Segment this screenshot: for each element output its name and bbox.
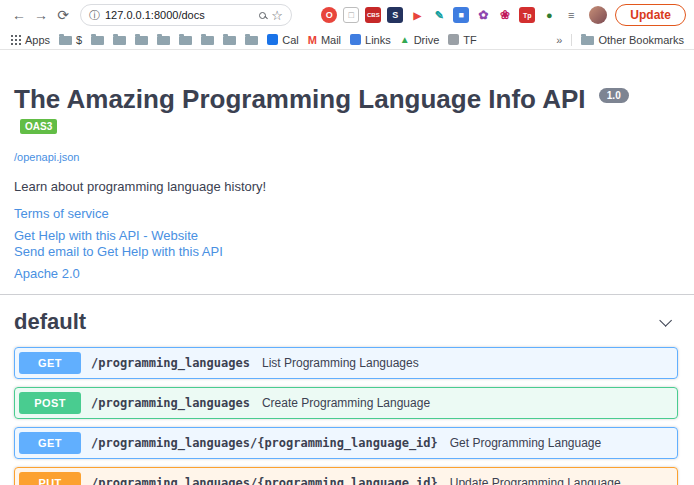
url-text: 127.0.0.1:8000/docs bbox=[105, 9, 254, 21]
other-bookmarks[interactable]: Other Bookmarks bbox=[581, 34, 684, 46]
calendar-icon bbox=[267, 34, 278, 45]
folder-icon bbox=[59, 36, 72, 45]
profile-avatar[interactable] bbox=[589, 6, 607, 24]
endpoint-path: /programming_languages/{programming_lang… bbox=[91, 476, 438, 485]
endpoint-post-create[interactable]: POST /programming_languages Create Progr… bbox=[14, 387, 678, 419]
bookmark-links[interactable]: Links bbox=[350, 34, 391, 46]
search-icon[interactable] bbox=[259, 12, 266, 19]
bookmark-cal[interactable]: Cal bbox=[267, 34, 299, 46]
endpoint-summary: Get Programming Language bbox=[450, 436, 601, 450]
site-info-icon[interactable]: ⓘ bbox=[89, 8, 100, 23]
endpoint-summary: List Programming Languages bbox=[262, 356, 419, 370]
version-badge: 1.0 bbox=[599, 88, 629, 103]
contact-website-link[interactable]: Get Help with this API - Website bbox=[14, 228, 198, 244]
apps-shortcut[interactable]: Apps bbox=[10, 34, 50, 46]
folder-icon bbox=[223, 36, 236, 45]
swagger-page: The Amazing Programming Language Info AP… bbox=[0, 84, 694, 485]
bookmark-folder-4[interactable] bbox=[135, 34, 148, 45]
bookmark-folder-8[interactable] bbox=[223, 34, 236, 45]
endpoint-path: /programming_languages bbox=[91, 396, 250, 410]
apps-grid-icon bbox=[10, 34, 21, 45]
openapi-json-link[interactable]: /openapi.json bbox=[14, 151, 79, 163]
endpoint-put-update[interactable]: PUT /programming_languages/{programming_… bbox=[14, 467, 678, 485]
back-icon[interactable]: ← bbox=[8, 7, 30, 23]
folder-icon bbox=[91, 36, 104, 45]
extension-icon-12[interactable]: ≡ bbox=[563, 7, 579, 23]
browser-toolbar: ← → ⟳ ⓘ 127.0.0.1:8000/docs ☆ O □ CBS S … bbox=[0, 0, 694, 30]
folder-icon bbox=[113, 36, 126, 45]
license-link[interactable]: Apache 2.0 bbox=[14, 266, 80, 282]
folder-icon bbox=[581, 36, 594, 45]
method-badge: GET bbox=[19, 352, 81, 374]
drive-icon: ▲ bbox=[400, 34, 410, 45]
bookmark-star-icon[interactable]: ☆ bbox=[271, 8, 283, 23]
bookmark-folder-6[interactable] bbox=[179, 34, 192, 45]
extension-icon-4[interactable]: S bbox=[387, 7, 403, 23]
bookmarks-overflow-chevron[interactable]: » bbox=[556, 34, 562, 46]
forward-icon[interactable]: → bbox=[30, 7, 52, 23]
method-badge: GET bbox=[19, 432, 81, 454]
bookmark-folder-9[interactable] bbox=[245, 34, 258, 45]
bookmark-drive[interactable]: ▲ Drive bbox=[400, 34, 440, 46]
bookmark-folder-7[interactable] bbox=[201, 34, 214, 45]
extension-icon-3[interactable]: CBS bbox=[365, 7, 381, 23]
folder-icon bbox=[157, 36, 170, 45]
folder-icon bbox=[179, 36, 192, 45]
reload-icon[interactable]: ⟳ bbox=[52, 7, 74, 23]
bookmark-folder-3[interactable] bbox=[113, 34, 126, 45]
oas3-badge: OAS3 bbox=[20, 119, 57, 134]
method-badge: POST bbox=[19, 392, 81, 414]
folder-icon bbox=[135, 36, 148, 45]
method-badge: PUT bbox=[19, 472, 81, 485]
extension-icon-1[interactable]: O bbox=[321, 7, 337, 23]
chevron-down-icon[interactable] bbox=[659, 314, 672, 327]
extension-icon-9[interactable]: ❀ bbox=[497, 7, 513, 23]
folder-icon bbox=[245, 36, 258, 45]
extension-icon-7[interactable]: ■ bbox=[453, 7, 469, 23]
section-divider bbox=[0, 294, 694, 295]
extension-icon-11[interactable]: ● bbox=[541, 7, 557, 23]
section-title: default bbox=[14, 309, 86, 335]
api-description: Learn about programming language history… bbox=[14, 179, 694, 194]
bookmarks-separator bbox=[571, 34, 572, 46]
links-icon bbox=[350, 34, 361, 45]
tf-icon bbox=[448, 34, 459, 45]
extension-icon-5[interactable]: ▶ bbox=[409, 7, 425, 23]
contact-email-link[interactable]: Send email to Get Help with this API bbox=[14, 244, 223, 260]
endpoint-get-list[interactable]: GET /programming_languages List Programm… bbox=[14, 347, 678, 379]
extension-icon-8[interactable]: ✿ bbox=[475, 7, 491, 23]
endpoint-path: /programming_languages/{programming_lang… bbox=[91, 436, 438, 450]
update-button[interactable]: Update bbox=[615, 4, 686, 26]
api-title-text: The Amazing Programming Language Info AP… bbox=[14, 84, 586, 114]
bookmark-folder-5[interactable] bbox=[157, 34, 170, 45]
extension-icon-10[interactable]: Tp bbox=[519, 7, 535, 23]
extension-icon-2[interactable]: □ bbox=[343, 7, 359, 23]
page-title: The Amazing Programming Language Info AP… bbox=[14, 84, 678, 146]
folder-icon bbox=[201, 36, 214, 45]
endpoint-summary: Create Programming Language bbox=[262, 396, 430, 410]
extensions-row: O □ CBS S ▶ ✎ ■ ✿ ❀ Tp ● ≡ Update bbox=[319, 4, 686, 26]
terms-of-service-link[interactable]: Terms of service bbox=[14, 206, 109, 222]
bookmarks-bar: Apps $ Cal M Mail Links ▲ Drive TF bbox=[0, 30, 694, 50]
bookmark-folder-2[interactable] bbox=[91, 34, 104, 45]
bookmark-folder-1[interactable]: $ bbox=[59, 34, 82, 46]
bookmark-tf[interactable]: TF bbox=[448, 34, 476, 46]
info-links: Terms of service Get Help with this API … bbox=[14, 206, 694, 282]
endpoint-path: /programming_languages bbox=[91, 356, 250, 370]
bookmark-mail[interactable]: M Mail bbox=[308, 34, 341, 46]
section-default-header[interactable]: default bbox=[14, 303, 678, 341]
browser-window: ← → ⟳ ⓘ 127.0.0.1:8000/docs ☆ O □ CBS S … bbox=[0, 0, 694, 485]
extension-icon-6[interactable]: ✎ bbox=[431, 7, 447, 23]
endpoint-get-one[interactable]: GET /programming_languages/{programming_… bbox=[14, 427, 678, 459]
gmail-icon: M bbox=[308, 34, 317, 46]
endpoint-summary: Update Programming Language bbox=[450, 476, 621, 485]
address-bar[interactable]: ⓘ 127.0.0.1:8000/docs ☆ bbox=[80, 4, 292, 26]
